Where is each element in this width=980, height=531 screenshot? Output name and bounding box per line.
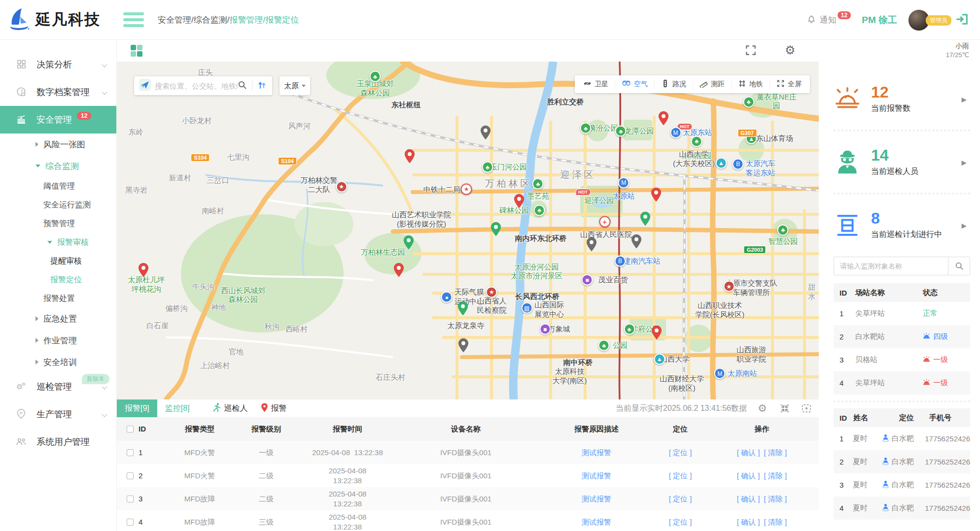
stat-more-arrow[interactable]: ► xyxy=(960,95,968,105)
bus-poi-icon[interactable]: B xyxy=(615,255,626,266)
expand-icon[interactable] xyxy=(744,44,757,57)
sport-poi-icon[interactable]: ● xyxy=(441,292,453,303)
stat-more-arrow[interactable]: ► xyxy=(960,221,968,231)
park-poi-icon[interactable]: ♣ xyxy=(370,71,381,82)
shop-poi-icon[interactable]: ■ xyxy=(539,324,551,335)
map-green-pin[interactable] xyxy=(403,235,415,252)
police-poi-icon[interactable]: ★ xyxy=(723,281,735,292)
park-poi-icon[interactable]: ♣ xyxy=(615,126,627,137)
park-poi-icon[interactable]: ♣ xyxy=(598,340,610,351)
reason-link[interactable]: 测试报警 xyxy=(582,471,611,481)
personnel-row[interactable]: 2夏时 白水靶 17756252426 xyxy=(834,450,970,473)
map-red-pin[interactable] xyxy=(138,263,149,279)
tab-报警[9][interactable]: 报警[9] xyxy=(117,399,157,417)
sidebar-item[interactable]: 提醒审核 xyxy=(0,252,116,270)
menu-hamburger-icon[interactable] xyxy=(123,12,144,27)
gear-icon[interactable]: ⚙ xyxy=(758,403,769,414)
map-red-pin[interactable] xyxy=(513,194,525,210)
map-canvas[interactable]: 玉泉山城郊 森林公园漪汾公园龙潭公园东湖醋园薰衣草NE庄园玉门河公园墨艺苑碑林公… xyxy=(117,62,819,399)
locate-button[interactable]: [ 定位 ] xyxy=(669,517,692,527)
police-poi-icon[interactable]: ★ xyxy=(336,181,347,192)
locate-button[interactable]: [ 定位 ] xyxy=(669,448,692,458)
sidebar-item[interactable]: 风险一张图 xyxy=(0,133,116,155)
tab-监控[8][interactable]: 监控[8] xyxy=(157,399,198,417)
monitor-search-input[interactable] xyxy=(834,257,948,275)
sidebar-item[interactable]: 应急处置 xyxy=(0,308,116,330)
map-control-空气[interactable]: 空气 xyxy=(615,79,655,90)
collapse-icon[interactable] xyxy=(779,403,790,414)
map-city-selector[interactable]: 太原 xyxy=(280,76,310,95)
sidebar-item[interactable]: 安全运行监测 xyxy=(0,196,116,214)
row-checkbox[interactable] xyxy=(127,496,134,502)
sidebar-item[interactable]: P 生产管理 xyxy=(0,400,116,428)
sidebar-item[interactable]: 作业管理 xyxy=(0,330,116,351)
park-poi-icon[interactable]: ♣ xyxy=(743,96,754,107)
bus-poi-icon[interactable]: B xyxy=(733,158,744,169)
metro-poi-icon[interactable]: M xyxy=(618,177,630,188)
logout-icon[interactable] xyxy=(955,12,969,28)
confirm-button[interactable]: [ 确认 ] xyxy=(737,494,760,504)
station-row[interactable]: 3贝格站 一级 xyxy=(834,348,970,371)
row-checkbox[interactable] xyxy=(127,449,134,456)
metro-poi-icon[interactable]: M xyxy=(670,127,681,138)
clear-button[interactable]: [ 清除 ] xyxy=(764,517,787,527)
map-control-地铁[interactable]: 地铁 xyxy=(732,79,770,90)
sidebar-item[interactable]: 报警定位 xyxy=(0,270,116,289)
metro-poi-icon[interactable]: M xyxy=(714,368,726,379)
park-poi-icon[interactable]: ♣ xyxy=(624,324,635,335)
park-poi-icon[interactable]: ♣ xyxy=(532,178,544,190)
search-button[interactable] xyxy=(948,257,970,275)
notifications-button[interactable]: 通知 12 xyxy=(806,13,851,27)
alarm-row[interactable]: 1 MFD火警 一级 2025-04-08 13:22:38 IVFD摄像头00… xyxy=(117,441,819,464)
station-row[interactable]: 4尖草坪站 一级 xyxy=(834,371,970,395)
map-control-路况[interactable]: 路况 xyxy=(655,79,693,90)
school-poi-icon[interactable]: ▲ xyxy=(716,157,727,168)
alarm-row[interactable]: 2 MFD火警 二级 2025-04-0813:22:38 IVFD摄像头001… xyxy=(117,464,819,487)
locate-button[interactable]: [ 定位 ] xyxy=(669,471,692,481)
map-gray-pin[interactable] xyxy=(630,234,642,251)
map-search-input[interactable] xyxy=(155,82,238,90)
reason-link[interactable]: 测试报警 xyxy=(582,517,611,527)
park-poi-icon[interactable]: ♣ xyxy=(482,162,493,173)
route-icon[interactable] xyxy=(257,80,267,92)
police-poi-icon[interactable]: ★ xyxy=(486,286,497,298)
sidebar-item[interactable]: 预警管理 xyxy=(0,214,116,233)
personnel-row[interactable]: 3夏时 白水靶 17756252426 xyxy=(834,473,970,497)
map-gray-pin[interactable] xyxy=(480,125,491,142)
map-gray-pin[interactable] xyxy=(458,338,469,355)
museum-poi-icon[interactable]: ▨ xyxy=(521,302,532,314)
map-green-pin[interactable] xyxy=(457,301,469,318)
personnel-row[interactable]: 4夏时 白水靶 17756252426 xyxy=(834,497,970,520)
park-poi-icon[interactable]: ♣ xyxy=(580,123,592,134)
map-red-pin[interactable] xyxy=(658,111,669,128)
stat-more-arrow[interactable]: ► xyxy=(960,158,968,168)
map-red-pin[interactable] xyxy=(393,263,405,279)
sidebar-item[interactable]: 决策分析 xyxy=(0,51,116,78)
personnel-row[interactable]: 1夏时 白水靶 17756252426 xyxy=(834,427,970,450)
confirm-button[interactable]: [ 确认 ] xyxy=(737,517,760,527)
sidebar-item[interactable]: 安全培训 xyxy=(0,351,116,373)
sidebar-item[interactable]: 系统用户管理 xyxy=(0,428,116,456)
confirm-button[interactable]: [ 确认 ] xyxy=(737,471,760,481)
shop-poi-icon[interactable]: ■ xyxy=(582,274,593,286)
map-control-测距[interactable]: 测距 xyxy=(693,79,732,90)
reason-link[interactable]: 测试报警 xyxy=(582,448,611,458)
reason-link[interactable]: 测试报警 xyxy=(582,494,611,504)
map-red-pin[interactable] xyxy=(651,325,663,342)
gear-icon[interactable]: ⚙ xyxy=(785,44,798,57)
sidebar-item[interactable]: 数字档案管理 xyxy=(0,78,116,106)
station-row[interactable]: 1尖草坪站 正常 xyxy=(834,302,970,325)
hospital-poi-icon[interactable]: + xyxy=(599,216,610,228)
user-name[interactable]: PM 徐工 xyxy=(862,14,897,27)
search-icon[interactable] xyxy=(238,80,247,92)
clear-button[interactable]: [ 清除 ] xyxy=(764,471,787,481)
sidebar-item[interactable]: 报警处置 xyxy=(0,289,116,308)
alarm-row[interactable]: 3 MFD故障 二级 2025-04-0813:22:38 IVFD摄像头001… xyxy=(117,487,819,510)
alarm-row[interactable]: 4 MFD故障 三级 2025-04-0813:22:38 IVFD摄像头001… xyxy=(117,510,819,531)
sidebar-item[interactable]: ⚙⚙ 巡检管理 新版本 xyxy=(0,373,116,400)
exit-fullscreen-icon[interactable] xyxy=(801,403,812,414)
map-red-pin[interactable] xyxy=(650,187,662,204)
map-control-全屏[interactable]: 全屏 xyxy=(770,79,808,90)
park-poi-icon[interactable]: ♣ xyxy=(691,135,702,147)
map-red-pin[interactable] xyxy=(404,149,415,166)
